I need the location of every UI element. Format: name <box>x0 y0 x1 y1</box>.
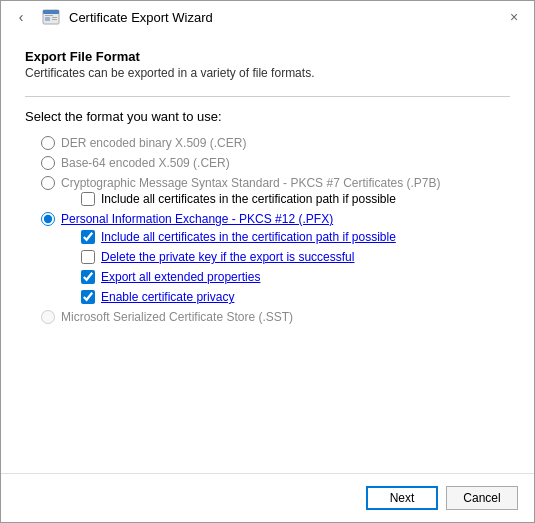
svg-rect-2 <box>45 17 50 21</box>
radio-pfx-input[interactable] <box>41 212 55 226</box>
checkbox-pkcs7-include: Include all certificates in the certific… <box>81 192 510 206</box>
radio-der-input[interactable] <box>41 136 55 150</box>
svg-rect-3 <box>52 17 57 18</box>
section-header: Export File Format Certificates can be e… <box>25 49 510 80</box>
dialog-footer: Next Cancel <box>1 473 534 522</box>
radio-sst-label[interactable]: Microsoft Serialized Certificate Store (… <box>61 310 293 324</box>
checkbox-delete-key-label[interactable]: Delete the private key if the export is … <box>101 250 354 264</box>
radio-pkcs7-group: Cryptographic Message Syntax Standard - … <box>41 176 510 206</box>
checkbox-cert-privacy: Enable certificate privacy <box>81 290 510 304</box>
checkbox-cert-privacy-label[interactable]: Enable certificate privacy <box>101 290 234 304</box>
title-bar-left: ‹ Certificate Export Wizard <box>9 5 213 29</box>
checkbox-delete-key-input[interactable] <box>81 250 95 264</box>
checkbox-export-props-input[interactable] <box>81 270 95 284</box>
radio-der-label[interactable]: DER encoded binary X.509 (.CER) <box>61 136 246 150</box>
checkbox-export-props-label[interactable]: Export all extended properties <box>101 270 260 284</box>
pkcs7-sub-options: Include all certificates in the certific… <box>81 192 510 206</box>
checkbox-delete-key: Delete the private key if the export is … <box>81 250 510 264</box>
dialog-title: Certificate Export Wizard <box>69 10 213 25</box>
radio-pfx: Personal Information Exchange - PKCS #12… <box>41 212 510 226</box>
format-options-list: DER encoded binary X.509 (.CER) Base-64 … <box>25 136 510 324</box>
checkbox-include-certs-label[interactable]: Include all certificates in the certific… <box>101 230 396 244</box>
divider <box>25 96 510 97</box>
radio-pkcs7: Cryptographic Message Syntax Standard - … <box>41 176 510 190</box>
radio-sst-input[interactable] <box>41 310 55 324</box>
checkbox-pkcs7-include-input[interactable] <box>81 192 95 206</box>
svg-rect-1 <box>43 10 59 14</box>
radio-sst: Microsoft Serialized Certificate Store (… <box>41 310 510 324</box>
svg-rect-5 <box>45 15 53 16</box>
radio-pkcs7-label[interactable]: Cryptographic Message Syntax Standard - … <box>61 176 441 190</box>
section-title: Export File Format <box>25 49 510 64</box>
certificate-export-dialog: ‹ Certificate Export Wizard × Export Fil… <box>0 0 535 523</box>
radio-base64-input[interactable] <box>41 156 55 170</box>
svg-rect-4 <box>52 19 57 20</box>
radio-pfx-group: Personal Information Exchange - PKCS #12… <box>41 212 510 304</box>
pfx-sub-options: Include all certificates in the certific… <box>81 230 510 304</box>
radio-base64-label[interactable]: Base-64 encoded X.509 (.CER) <box>61 156 230 170</box>
checkbox-cert-privacy-input[interactable] <box>81 290 95 304</box>
section-desc: Certificates can be exported in a variet… <box>25 66 510 80</box>
content-area: Export File Format Certificates can be e… <box>1 33 534 473</box>
title-bar: ‹ Certificate Export Wizard × <box>1 1 534 33</box>
back-button[interactable]: ‹ <box>9 5 33 29</box>
radio-der: DER encoded binary X.509 (.CER) <box>41 136 510 150</box>
checkbox-pkcs7-include-label[interactable]: Include all certificates in the certific… <box>101 192 396 206</box>
radio-pkcs7-input[interactable] <box>41 176 55 190</box>
radio-pfx-label[interactable]: Personal Information Exchange - PKCS #12… <box>61 212 333 226</box>
radio-base64: Base-64 encoded X.509 (.CER) <box>41 156 510 170</box>
select-format-label: Select the format you want to use: <box>25 109 510 124</box>
close-button[interactable]: × <box>502 5 526 29</box>
cancel-button[interactable]: Cancel <box>446 486 518 510</box>
next-button[interactable]: Next <box>366 486 438 510</box>
checkbox-export-props: Export all extended properties <box>81 270 510 284</box>
checkbox-include-certs: Include all certificates in the certific… <box>81 230 510 244</box>
wizard-icon <box>41 7 61 27</box>
checkbox-include-certs-input[interactable] <box>81 230 95 244</box>
